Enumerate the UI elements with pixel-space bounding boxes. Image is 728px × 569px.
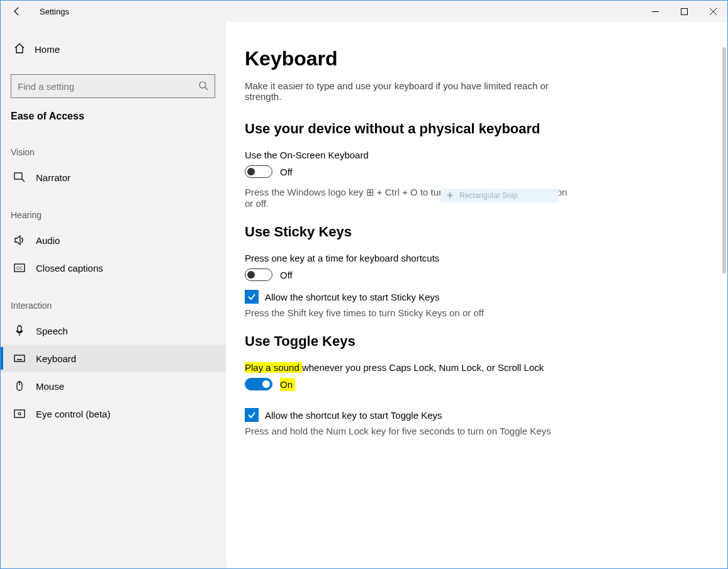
titlebar: Settings [1,1,727,22]
page-title: Keyboard [245,47,708,70]
close-button[interactable] [698,1,727,22]
nav-label: Keyboard [36,353,76,364]
page-subtitle: Make it easier to type and use your keyb… [245,80,572,102]
section-heading-1: Use your device without a physical keybo… [245,121,708,137]
minimize-button[interactable] [641,1,669,22]
svg-line-3 [205,87,208,90]
section-heading-3: Use Toggle Keys [245,333,708,350]
sidebar: Home Ease of Access Vision Narrator Hear… [1,22,226,568]
nav-closed-captions[interactable]: CC Closed captions [1,254,225,282]
nav-audio[interactable]: Audio [1,226,225,254]
sticky-state: Off [280,270,293,280]
svg-rect-16 [14,410,25,417]
nav-label: Eye control (beta) [36,409,110,419]
togglekeys-shortcut-checkbox[interactable] [245,408,259,422]
search-icon [198,80,208,92]
search-box[interactable] [11,74,215,98]
group-hearing: Hearing [1,191,225,226]
togglekeys-help: Press and hold the Num Lock key for five… [245,426,572,436]
togglekeys-label: Play a sound whenever you press Caps Loc… [245,362,572,373]
windows-logo-icon: ⊞ [366,187,374,197]
snip-label: Rectangular Snip [459,191,517,200]
home-label: Home [35,44,60,55]
togglekeys-toggle[interactable] [245,378,272,390]
nav-label: Audio [36,235,60,246]
sticky-toggle[interactable] [245,268,272,281]
home-nav[interactable]: Home [1,36,225,63]
highlight-text: Play a sound [245,362,302,373]
back-button[interactable] [4,1,30,22]
window-title: Settings [40,7,69,16]
content-pane: Keyboard Make it easier to type and use … [226,22,727,568]
svg-rect-8 [14,355,25,362]
mouse-icon [13,380,26,392]
sticky-check-label: Allow the shortcut key to start Sticky K… [265,292,440,302]
nav-eye-control[interactable]: Eye control (beta) [1,400,225,428]
sticky-help: Press the Shift key five times to turn S… [245,307,572,318]
audio-icon [13,234,26,246]
group-vision: Vision [1,128,225,163]
scrollbar[interactable] [722,47,726,273]
osk-toggle[interactable] [245,165,272,178]
snip-tool-overlay: ✚ Rectangular Snip [440,189,559,202]
narrator-icon [13,171,26,184]
svg-rect-4 [14,173,22,179]
microphone-icon [13,324,26,337]
sticky-label: Press one key at a time for keyboard sho… [245,253,572,263]
osk-state: Off [280,167,293,177]
sticky-shortcut-checkbox[interactable] [245,290,259,304]
osk-label: Use the On-Screen Keyboard [245,150,572,160]
nav-label: Mouse [36,381,64,392]
svg-point-2 [199,82,206,88]
nav-label: Narrator [36,172,70,183]
keyboard-icon [13,352,26,365]
nav-label: Speech [36,326,68,336]
nav-keyboard[interactable]: Keyboard [1,345,225,372]
togglekeys-check-label: Allow the shortcut key to start Toggle K… [265,410,442,421]
eye-icon [13,407,26,420]
nav-label: Closed captions [36,263,103,273]
svg-rect-7 [18,326,21,332]
nav-speech[interactable]: Speech [1,317,225,345]
svg-point-17 [18,412,21,415]
nav-narrator[interactable]: Narrator [1,163,225,191]
section-header: Ease of Access [1,111,225,122]
togglekeys-state: On [280,379,295,390]
cc-icon: CC [13,262,26,274]
group-interaction: Interaction [1,282,225,317]
maximize-button[interactable] [669,1,698,22]
home-icon [13,42,26,57]
svg-rect-1 [681,8,687,14]
svg-text:CC: CC [16,266,23,270]
search-input[interactable] [18,75,189,97]
nav-mouse[interactable]: Mouse [1,372,225,400]
section-heading-2: Use Sticky Keys [245,224,708,240]
plus-icon: ✚ [447,191,453,200]
